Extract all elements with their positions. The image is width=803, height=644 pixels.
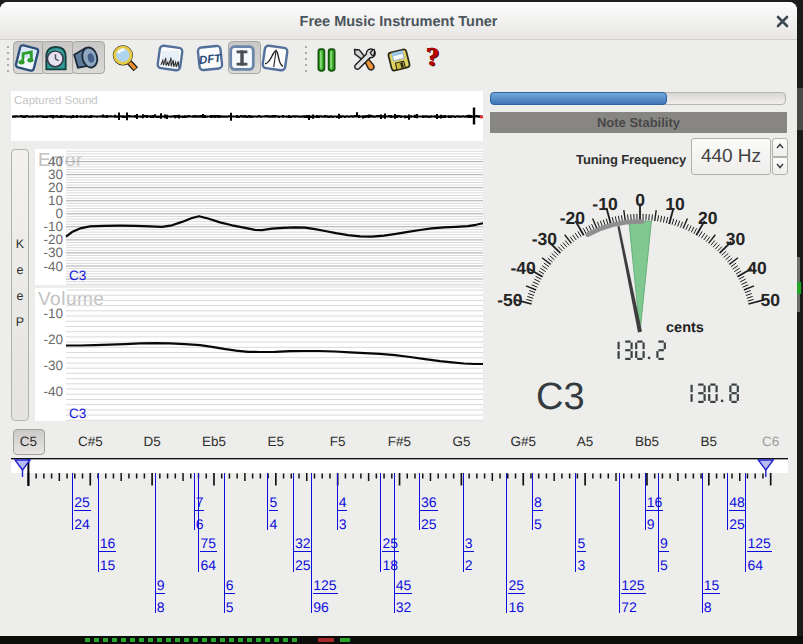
svg-text:C3: C3 (69, 268, 86, 283)
svg-text:-40: -40 (43, 259, 63, 274)
svg-text:30: 30 (726, 229, 746, 249)
svg-text:10: 10 (665, 194, 685, 214)
svg-text:50: 50 (760, 290, 780, 310)
svg-text:-30: -30 (532, 229, 558, 249)
svg-text:-40: -40 (510, 258, 536, 278)
svg-text:20: 20 (698, 208, 718, 228)
svg-text:0: 0 (635, 190, 645, 210)
svg-text:-30: -30 (43, 358, 63, 373)
svg-text:40: 40 (747, 258, 767, 278)
svg-text:-10: -10 (43, 305, 63, 320)
svg-text:DFT: DFT (198, 51, 223, 66)
svg-text:-10: -10 (592, 194, 618, 214)
svg-text:-50: -50 (497, 290, 523, 310)
svg-text:-20: -20 (43, 332, 63, 347)
svg-text:-40: -40 (43, 384, 63, 399)
svg-text:C3: C3 (69, 406, 86, 421)
svg-text:-20: -20 (560, 208, 586, 228)
